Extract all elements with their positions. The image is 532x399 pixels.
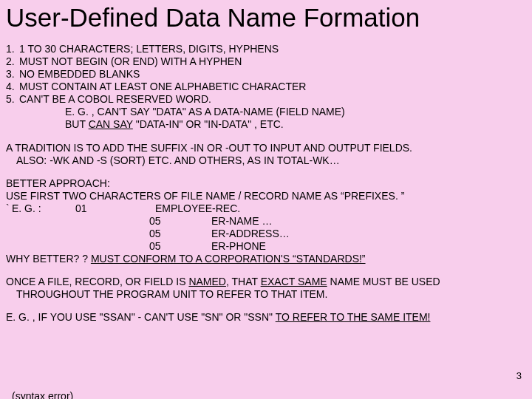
spacer: `: [6, 202, 12, 215]
rule-item: 5. CAN'T BE A COBOL RESERVED WORD.: [6, 93, 526, 106]
text: "DATA-IN" OR "IN-DATA" , ETC.: [133, 118, 284, 130]
underlined-text: CAN SAY: [89, 118, 133, 130]
text: , THAT: [226, 276, 261, 287]
text: NAME MUST BE USED: [327, 276, 440, 287]
example-row: 05 ER-NAME …: [6, 215, 526, 228]
example-field: ER-NAME …: [211, 215, 272, 228]
example-row: 05 ER-PHONE: [6, 240, 526, 253]
text: BUT: [65, 118, 89, 130]
example-level: 05: [149, 215, 211, 228]
spacer: [6, 228, 149, 240]
example-level: 05: [149, 228, 211, 240]
example-field: ER-PHONE: [211, 240, 266, 253]
rule-number: 4.: [6, 81, 19, 93]
rule-text: MUST NOT BEGIN (OR END) WITH A HYPHEN: [19, 55, 242, 68]
spacer: [6, 240, 149, 253]
rule-text: NO EMBEDDED BLANKS: [19, 68, 140, 81]
slide-body: 1. 1 TO 30 CHARACTERS; LETTERS, DIGITS, …: [6, 43, 526, 324]
text-line: WHY BETTER? ? MUST CONFORM TO A CORPORAT…: [6, 253, 526, 265]
paragraph-example-ssan: E. G. , IF YOU USE "SSAN" - CAN'T USE "S…: [6, 311, 526, 324]
underlined-text: TO REFER TO THE SAME ITEM!: [276, 311, 431, 323]
text-line: ONCE A FILE, RECORD, OR FIELD IS NAMED, …: [6, 276, 526, 288]
paragraph-once-named: ONCE A FILE, RECORD, OR FIELD IS NAMED, …: [6, 276, 526, 301]
example-row: 05 ER-ADDRESS…: [6, 228, 526, 240]
example-field: ER-ADDRESS…: [211, 228, 290, 240]
underlined-text: EXACT SAME: [261, 276, 327, 287]
paragraph-better: BETTER APPROACH: USE FIRST TWO CHARACTER…: [6, 177, 526, 266]
rule-item: 3. NO EMBEDDED BLANKS: [6, 68, 526, 81]
slide-number: 3: [516, 370, 522, 381]
rule-number: 1.: [6, 43, 19, 55]
underlined-text: MUST CONFORM TO A CORPORATION'S “STANDAR…: [91, 253, 366, 265]
text: E. G. , IF YOU USE "SSAN" - CAN'T USE "S…: [6, 311, 276, 323]
rule-subtext: E. G. , CAN'T SAY "DATA" AS A DATA-NAME …: [6, 106, 526, 118]
example-level: 01: [75, 202, 155, 215]
slide-title: User-Defined Data Name Formation: [6, 3, 526, 33]
rule-item: 2. MUST NOT BEGIN (OR END) WITH A HYPHEN: [6, 55, 526, 68]
paragraph-tradition: A TRADITION IS TO ADD THE SUFFIX -IN OR …: [6, 142, 526, 167]
rule-subtext: BUT CAN SAY "DATA-IN" OR "IN-DATA" , ETC…: [6, 118, 526, 131]
text-line: A TRADITION IS TO ADD THE SUFFIX -IN OR …: [6, 142, 526, 154]
slide-container: User-Defined Data Name Formation 1. 1 TO…: [0, 0, 532, 399]
example-level: 05: [149, 240, 211, 253]
rule-number: 3.: [6, 68, 19, 81]
rules-list: 1. 1 TO 30 CHARACTERS; LETTERS, DIGITS, …: [6, 43, 526, 132]
rule-text: 1 TO 30 CHARACTERS; LETTERS, DIGITS, HYP…: [19, 43, 279, 55]
text-line: THROUGHOUT THE PROGRAM UNIT TO REFER TO …: [6, 288, 526, 301]
text: ONCE A FILE, RECORD, OR FIELD IS: [6, 276, 188, 287]
rule-text: MUST CONTAIN AT LEAST ONE ALPHABETIC CHA…: [19, 81, 306, 93]
rule-number: 2.: [6, 55, 19, 68]
rule-text: CAN'T BE A COBOL RESERVED WORD.: [19, 93, 211, 106]
rule-number: 5.: [6, 93, 19, 106]
text-line: USE FIRST TWO CHARACTERS OF FILE NAME / …: [6, 190, 526, 202]
spacer: [6, 215, 149, 228]
rule-item: 4. MUST CONTAIN AT LEAST ONE ALPHABETIC …: [6, 81, 526, 93]
example-label: E. G. :: [12, 202, 75, 215]
text: WHY BETTER? ?: [6, 253, 91, 265]
example-row: ` E. G. : 01 EMPLOYEE-REC.: [6, 202, 526, 215]
underlined-text: NAMED: [188, 276, 226, 287]
rule-item: 1. 1 TO 30 CHARACTERS; LETTERS, DIGITS, …: [6, 43, 526, 55]
cutoff-text: (syntax error): [12, 390, 73, 399]
text-line: BETTER APPROACH:: [6, 177, 526, 190]
example-field: EMPLOYEE-REC.: [155, 202, 240, 215]
text-line: ALSO: -WK AND -S (SORT) ETC. AND OTHERS,…: [6, 154, 526, 167]
